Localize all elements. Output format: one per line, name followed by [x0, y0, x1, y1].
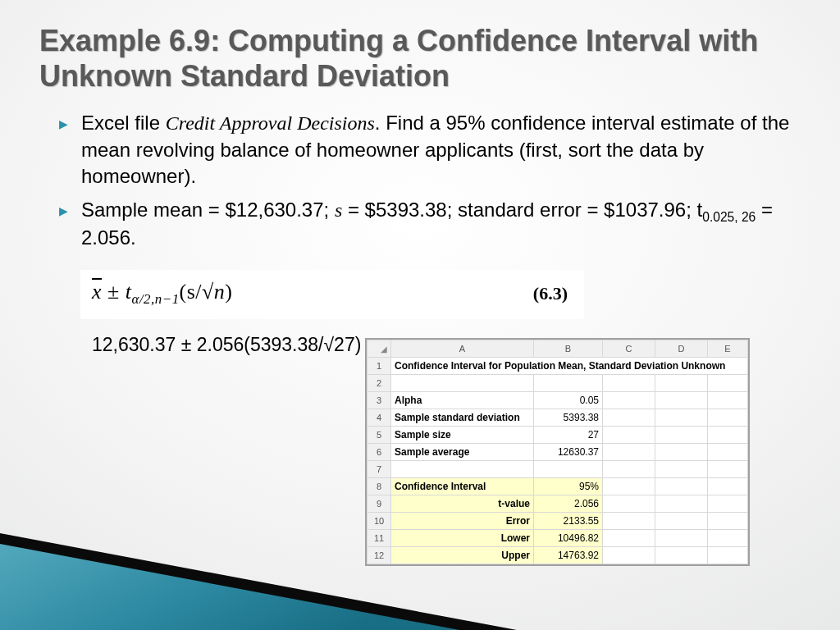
cell [655, 444, 708, 461]
cell: 2.056 [534, 495, 603, 513]
bullet-1-text: Excel file Credit Approval Decisions. Fi… [81, 110, 801, 189]
cell [655, 375, 708, 392]
cell [655, 495, 708, 513]
cell [534, 461, 603, 478]
cell: 10496.82 [534, 530, 603, 547]
row-header: 1 [368, 358, 391, 375]
cell: 14763.92 [534, 547, 603, 564]
row-header: 11 [368, 530, 391, 547]
row-header: 12 [368, 547, 391, 564]
select-all-corner: ◢ [368, 340, 391, 358]
text: Excel file [81, 112, 166, 134]
cell [391, 375, 534, 392]
cell [603, 547, 655, 564]
content-area: ▶ Excel file Credit Approval Decisions. … [0, 103, 840, 251]
cell [391, 461, 534, 478]
cell [534, 375, 603, 392]
xbar: x [92, 280, 102, 304]
cell [603, 530, 655, 547]
cell [655, 409, 708, 427]
cell [655, 478, 708, 495]
col-header-d: D [655, 340, 708, 358]
cell [708, 495, 748, 513]
cell [603, 375, 655, 392]
cell: Upper [391, 547, 534, 564]
cell: 0.05 [534, 392, 603, 409]
row-header: 8 [368, 478, 391, 495]
cell: Confidence Interval [391, 478, 534, 495]
row-header: 7 [368, 461, 391, 478]
row-header: 10 [368, 513, 391, 530]
paren: (s/√ [180, 280, 214, 304]
cell [603, 495, 655, 513]
formula-number: (6.3) [533, 283, 568, 304]
row-header: 6 [368, 444, 391, 461]
cell [708, 530, 748, 547]
cell: 2133.55 [534, 513, 603, 530]
cell [708, 409, 748, 427]
cell [603, 513, 655, 530]
cell: t-value [391, 495, 534, 513]
bullet-icon: ▶ [59, 197, 68, 219]
cell [708, 513, 748, 530]
bullet-2-text: Sample mean = $12,630.37; s = $5393.38; … [81, 197, 801, 252]
cell [708, 375, 748, 392]
cell [708, 478, 748, 495]
row-header: 5 [368, 427, 391, 444]
excel-screenshot: ◢ A B C D E 1Confidence Interval for Pop… [365, 338, 750, 566]
cell: Alpha [391, 392, 534, 409]
cell [603, 427, 655, 444]
row-header: 3 [368, 392, 391, 409]
row-header: 4 [368, 409, 391, 427]
cell [603, 392, 655, 409]
cell [655, 530, 708, 547]
formula: x ± tα/2,n−1(s/√n) [92, 280, 233, 308]
cell [708, 444, 748, 461]
bullet-1: ▶ Excel file Credit Approval Decisions. … [59, 110, 801, 189]
cell [708, 461, 748, 478]
cell: Sample average [391, 444, 534, 461]
row-header: 9 [368, 495, 391, 513]
cell [603, 409, 655, 427]
excel-grid: ◢ A B C D E 1Confidence Interval for Pop… [367, 340, 748, 564]
italic-text: s [335, 199, 342, 221]
formula-box: x ± tα/2,n−1(s/√n) (6.3) [80, 270, 584, 319]
cell: Lower [391, 530, 534, 547]
bullet-2: ▶ Sample mean = $12,630.37; s = $5393.38… [59, 197, 801, 252]
pm: ± [102, 280, 126, 304]
bullet-icon: ▶ [59, 110, 68, 132]
cell [603, 444, 655, 461]
cell [708, 427, 748, 444]
cell [655, 461, 708, 478]
sub: α/2,n−1 [132, 291, 180, 307]
col-header-b: B [534, 340, 603, 358]
cell: Sample standard deviation [391, 409, 534, 427]
cell [655, 392, 708, 409]
cell [603, 461, 655, 478]
text: = $5393.38; standard error = $1037.96; t [342, 199, 702, 221]
cell [655, 547, 708, 564]
slide-title: Example 6.9: Computing a Confidence Inte… [0, 0, 840, 103]
n: n [214, 280, 226, 304]
cell [603, 478, 655, 495]
cell: 5393.38 [534, 409, 603, 427]
cell [655, 427, 708, 444]
col-header-a: A [391, 340, 534, 358]
cell: 12630.37 [534, 444, 603, 461]
close: ) [225, 280, 232, 304]
cell: 95% [534, 478, 603, 495]
subscript: 0.025, 26 [702, 209, 756, 223]
cell [655, 513, 708, 530]
text: Sample mean = $12,630.37; [81, 199, 335, 221]
cell: 27 [534, 427, 603, 444]
italic-text: Credit Approval Decisions [166, 112, 375, 134]
cell: Error [391, 513, 534, 530]
col-header-e: E [708, 340, 748, 358]
cell [708, 392, 748, 409]
t: t [126, 280, 132, 304]
cell [708, 547, 748, 564]
col-header-c: C [603, 340, 655, 358]
cell: Confidence Interval for Population Mean,… [391, 358, 748, 375]
row-header: 2 [368, 375, 391, 392]
cell: Sample size [391, 427, 534, 444]
